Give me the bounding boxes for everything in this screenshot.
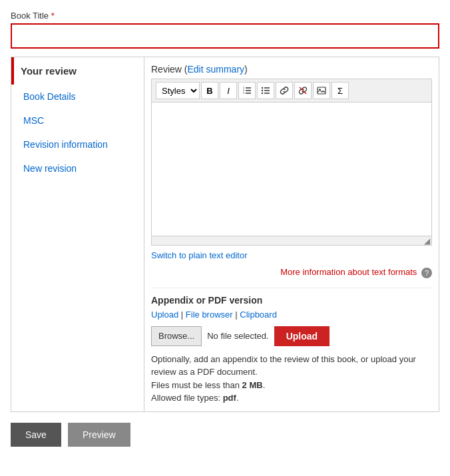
separator1: |: [181, 310, 186, 320]
appendix-title: Appendix or PDF version: [151, 295, 432, 306]
file-size: 2 MB: [242, 380, 263, 390]
review-label-close: ): [244, 64, 248, 75]
file-info: Optionally, add an appendix to the revie…: [151, 353, 432, 405]
toolbar-link-button[interactable]: [276, 82, 293, 99]
clipboard-link[interactable]: Clipboard: [240, 310, 277, 320]
toolbar-special-char-button[interactable]: Σ: [332, 82, 349, 99]
svg-rect-13: [318, 87, 326, 94]
review-label: Review (: [151, 64, 187, 75]
file-types: pdf: [223, 393, 236, 403]
file-info-line2: Files must be less than: [151, 380, 242, 390]
save-button[interactable]: Save: [11, 423, 61, 447]
svg-point-11: [262, 93, 263, 94]
editor-body[interactable]: [152, 103, 431, 236]
switch-plain-text: Switch to plain text editor: [151, 250, 432, 260]
toolbar-italic-button[interactable]: I: [220, 82, 237, 99]
main-layout: Your review Book Details MSC Revision in…: [11, 57, 439, 412]
sidebar-item-new-revision[interactable]: New revision: [11, 156, 144, 180]
footer-buttons: Save Preview: [11, 423, 439, 447]
toolbar-bold-button[interactable]: B: [201, 82, 218, 99]
editor-resize-handle: ◢: [152, 236, 431, 245]
svg-point-10: [262, 90, 263, 91]
sidebar-item-revision-information[interactable]: Revision information: [11, 132, 144, 156]
preview-button[interactable]: Preview: [68, 423, 130, 447]
switch-plain-text-link[interactable]: Switch to plain text editor: [151, 250, 248, 260]
sidebar: Your review Book Details MSC Revision in…: [11, 57, 144, 411]
file-info-line2-end: .: [263, 380, 266, 390]
edit-summary-link[interactable]: Edit summary: [187, 64, 244, 75]
file-info-line3-end: .: [236, 393, 239, 403]
review-header: Review (Edit summary): [151, 64, 432, 75]
book-title-input[interactable]: [11, 23, 439, 49]
upload-button[interactable]: Upload: [274, 326, 330, 346]
more-info-link[interactable]: More information about text formats: [280, 267, 417, 277]
more-info: More information about text formats ?: [151, 267, 432, 278]
file-info-line3: Allowed file types:: [151, 393, 223, 403]
file-upload-row: Browse... No file selected. Upload: [151, 326, 432, 346]
required-marker: *: [51, 11, 55, 21]
appendix-links: Upload | File browser | Clipboard: [151, 310, 432, 320]
toolbar-styles-select[interactable]: Styles: [156, 82, 200, 99]
svg-point-9: [262, 87, 263, 89]
toolbar-unlink-button[interactable]: [294, 82, 312, 99]
file-info-line1: Optionally, add an appendix to the revie…: [151, 354, 416, 377]
editor-toolbar: Styles B I 1 2 3: [152, 79, 431, 103]
help-icon: ?: [421, 268, 432, 278]
appendix-section: Appendix or PDF version Upload | File br…: [151, 288, 432, 405]
upload-link[interactable]: Upload: [151, 310, 178, 320]
browse-button[interactable]: Browse...: [151, 326, 202, 346]
toolbar-image-button[interactable]: [313, 82, 330, 99]
content-area: Review (Edit summary) Styles B I: [144, 57, 439, 411]
resize-icon: ◢: [424, 236, 430, 246]
toolbar-ordered-list-button[interactable]: 1 2 3: [238, 82, 256, 99]
sidebar-item-book-details[interactable]: Book Details: [11, 85, 144, 109]
no-file-text: No file selected.: [207, 331, 269, 341]
book-title-label-text: Book Title: [11, 11, 49, 21]
sidebar-item-msc[interactable]: MSC: [11, 109, 144, 132]
book-title-field: Book Title *: [11, 11, 439, 49]
toolbar-unordered-list-button[interactable]: [257, 82, 274, 99]
book-title-label: Book Title *: [11, 11, 439, 21]
file-browser-link[interactable]: File browser: [186, 310, 233, 320]
sidebar-your-review: Your review: [11, 57, 144, 85]
svg-text:3: 3: [243, 91, 245, 95]
editor-container: Styles B I 1 2 3: [151, 79, 432, 246]
